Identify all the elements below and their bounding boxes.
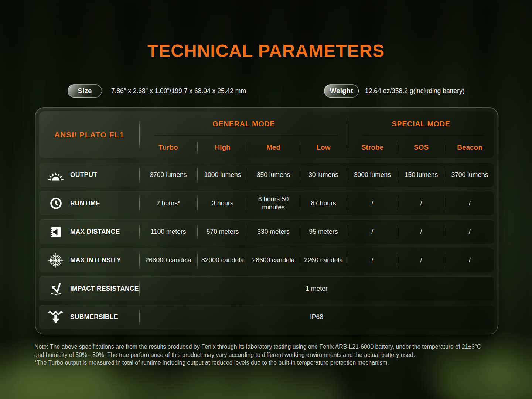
value-cell: 3000 lumens bbox=[348, 163, 397, 187]
size-badge-label: Size bbox=[78, 87, 92, 95]
ansi-plato-label: ANSI/ PLATO FL1 bbox=[39, 111, 139, 158]
row-header: MAX INTENSITY bbox=[39, 248, 139, 272]
row-header: SUBMERSIBLE bbox=[39, 305, 139, 329]
column-header-beacon: Beacon bbox=[446, 136, 494, 158]
value-cell: 330 meters bbox=[248, 220, 299, 244]
target-icon bbox=[44, 253, 68, 268]
sun-icon bbox=[44, 168, 68, 181]
column-header-low: Low bbox=[299, 136, 348, 158]
row-label: OUTPUT bbox=[70, 171, 97, 179]
header-divider bbox=[139, 119, 140, 150]
value-cell: 2260 candela bbox=[299, 248, 348, 272]
value-cell: 3700 lumens bbox=[446, 163, 494, 187]
row-label: MAX INTENSITY bbox=[70, 256, 121, 264]
impact-icon bbox=[44, 282, 68, 296]
row-label: IMPACT RESISTANCE bbox=[70, 285, 139, 293]
value-cell: 95 meters bbox=[299, 220, 348, 244]
weight-badge: Weight bbox=[324, 84, 359, 98]
table-row-runtime: RUNTIME 2 hours* 3 hours 6 hours 50 minu… bbox=[39, 191, 494, 215]
waves-icon bbox=[44, 310, 68, 324]
column-header-sos: SOS bbox=[397, 136, 446, 158]
footnote-line: Note: The above specifications are from … bbox=[34, 343, 481, 351]
row-label: SUBMERSIBLE bbox=[70, 313, 118, 321]
row-label: RUNTIME bbox=[70, 200, 100, 207]
value-cell: / bbox=[348, 191, 397, 215]
clock-icon bbox=[44, 197, 68, 210]
value-cell: 82000 candela bbox=[197, 248, 248, 272]
row-header: RUNTIME bbox=[39, 191, 139, 215]
table-row-max-intensity: MAX INTENSITY 268000 candela 82000 cande… bbox=[39, 248, 494, 272]
weight-badge-label: Weight bbox=[330, 87, 353, 95]
table-row-impact-resistance: IMPACT RESISTANCE 1 meter bbox=[39, 276, 494, 301]
general-mode-header: GENERAL MODE bbox=[139, 111, 348, 136]
value-cell: / bbox=[446, 248, 494, 272]
value-cell: 1100 meters bbox=[139, 220, 197, 244]
column-header-strobe: Strobe bbox=[348, 136, 397, 158]
size-value: 7.86" x 2.68" x 1.00"/199.7 x 68.04 x 25… bbox=[111, 84, 246, 98]
column-header-med: Med bbox=[248, 136, 299, 158]
table-row-submersible: SUBMERSIBLE IP68 bbox=[39, 305, 494, 329]
table-row-output: OUTPUT 3700 lumens 1000 lumens 350 lumen… bbox=[39, 163, 494, 187]
moss-blur-blob bbox=[140, 371, 340, 399]
value-cell: 28600 candela bbox=[248, 248, 299, 272]
column-header-high: High bbox=[197, 136, 248, 158]
value-cell: 87 hours bbox=[299, 191, 348, 215]
row-header: MAX DISTANCE bbox=[39, 220, 139, 244]
value-cell: / bbox=[397, 220, 446, 244]
footnote-line: *The Turbo output is measured in total o… bbox=[34, 359, 481, 367]
page-title: TECHNICAL PARAMETERS bbox=[0, 41, 532, 61]
table-header: ANSI/ PLATO FL1 GENERAL MODE SPECIAL MOD… bbox=[39, 111, 494, 158]
beam-icon bbox=[44, 225, 68, 239]
value-cell: 3 hours bbox=[197, 191, 248, 215]
value-cell: / bbox=[348, 248, 397, 272]
row-header: IMPACT RESISTANCE bbox=[39, 277, 139, 301]
spec-sheet-page: TECHNICAL PARAMETERS Size 7.86" x 2.68" … bbox=[0, 0, 532, 399]
value-cell-span: 1 meter bbox=[139, 277, 494, 301]
value-cell: / bbox=[446, 220, 494, 244]
table-row-max-distance: MAX DISTANCE 1100 meters 570 meters 330 … bbox=[39, 219, 494, 244]
value-cell: / bbox=[397, 248, 446, 272]
special-mode-header: SPECIAL MODE bbox=[348, 111, 494, 136]
value-cell: 6 hours 50 minutes bbox=[248, 191, 299, 215]
value-cell: 268000 candela bbox=[139, 248, 197, 272]
value-cell: 2 hours* bbox=[139, 191, 197, 215]
value-cell: / bbox=[446, 191, 494, 215]
column-header-turbo: Turbo bbox=[139, 136, 197, 158]
value-cell: 570 meters bbox=[197, 220, 248, 244]
value-cell: 1000 lumens bbox=[197, 163, 248, 187]
weight-value: 12.64 oz/358.2 g(including battery) bbox=[365, 84, 464, 98]
footnote-line: and humidity of 50% - 80%. The true perf… bbox=[34, 351, 481, 359]
moss-blur-blob bbox=[0, 364, 137, 399]
value-cell: 30 lumens bbox=[299, 163, 348, 187]
size-badge: Size bbox=[68, 84, 102, 98]
spec-table-card: ANSI/ PLATO FL1 GENERAL MODE SPECIAL MOD… bbox=[35, 107, 498, 334]
value-cell: / bbox=[348, 220, 397, 244]
value-cell: 150 lumens bbox=[397, 163, 446, 187]
value-cell: / bbox=[397, 191, 446, 215]
mode-split-divider bbox=[348, 116, 348, 154]
row-label: MAX DISTANCE bbox=[70, 228, 120, 236]
value-cell: 3700 lumens bbox=[139, 163, 197, 187]
footnote: Note: The above specifications are from … bbox=[34, 343, 481, 367]
row-header: OUTPUT bbox=[39, 163, 139, 187]
value-cell-span: IP68 bbox=[139, 305, 494, 329]
value-cell: 350 lumens bbox=[248, 163, 299, 187]
